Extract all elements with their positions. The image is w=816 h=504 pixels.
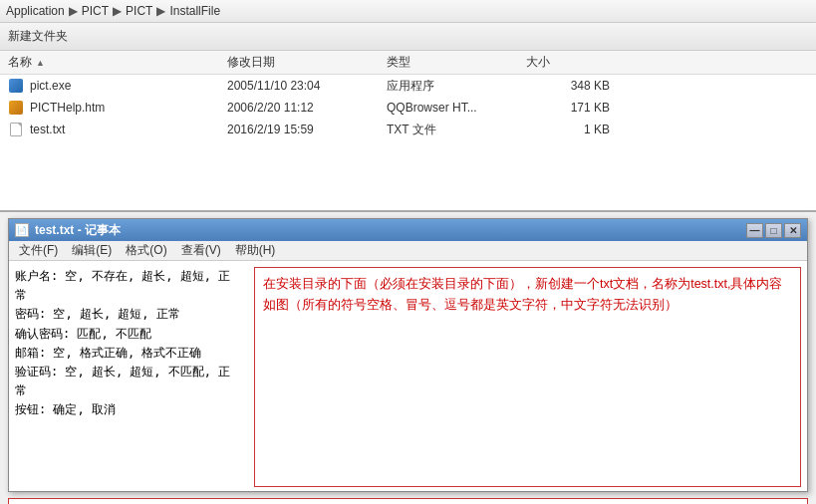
new-folder-button[interactable]: 新建文件夹 bbox=[8, 28, 68, 45]
breadcrumb-pict2[interactable]: PICT bbox=[126, 4, 152, 18]
file-name: pict.exe bbox=[30, 79, 71, 93]
file-size: 171 KB bbox=[526, 101, 626, 115]
table-row[interactable]: PICTHelp.htm 2006/2/20 11:12 QQBrowser H… bbox=[0, 97, 816, 119]
file-type: TXT 文件 bbox=[387, 122, 526, 138]
file-size: 348 KB bbox=[526, 79, 626, 93]
breadcrumb-sep-1: ▶ bbox=[69, 4, 78, 18]
notepad-title: test.txt - 记事本 bbox=[35, 222, 121, 239]
file-name: test.txt bbox=[30, 123, 65, 136]
table-row[interactable]: test.txt 2016/2/19 15:59 TXT 文件 1 KB bbox=[0, 119, 816, 140]
menu-item[interactable]: 查看(V) bbox=[175, 240, 227, 261]
menu-item[interactable]: 文件(F) bbox=[13, 240, 64, 261]
header-type[interactable]: 类型 bbox=[387, 54, 526, 71]
text-line: 密码: 空, 超长, 超短, 正常 bbox=[15, 305, 242, 324]
close-button[interactable]: ✕ bbox=[784, 223, 801, 238]
notepad-app-icon: 📄 bbox=[15, 223, 29, 237]
maximize-button[interactable]: □ bbox=[765, 223, 782, 238]
menu-item[interactable]: 编辑(E) bbox=[66, 240, 118, 261]
titlebar-controls: — □ ✕ bbox=[746, 223, 801, 238]
file-type: QQBrowser HT... bbox=[387, 101, 526, 115]
notepad-menubar: 文件(F)编辑(E)格式(O)查看(V)帮助(H) bbox=[9, 241, 807, 261]
file-name-cell: PICTHelp.htm bbox=[8, 100, 227, 116]
file-name: PICTHelp.htm bbox=[30, 101, 105, 115]
breadcrumb-bar: Application ▶ PICT ▶ PICT ▶ InstallFile bbox=[0, 0, 816, 23]
annotation-box-2: 注意: 格式需要使用ANSI格式，试过UTF8无BOM格式，结果显示为乱码（如何… bbox=[8, 498, 808, 504]
file-list-header: 名称 ▲ 修改日期 类型 大小 bbox=[0, 51, 816, 75]
file-date: 2016/2/19 15:59 bbox=[227, 123, 387, 136]
breadcrumb-installfile[interactable]: InstallFile bbox=[169, 4, 220, 18]
header-name[interactable]: 名称 ▲ bbox=[8, 54, 227, 71]
file-type: 应用程序 bbox=[387, 78, 526, 95]
file-name-cell: test.txt bbox=[8, 122, 227, 137]
notepad-window: 📄 test.txt - 记事本 — □ ✕ 文件(F)编辑(E)格式(O)查看… bbox=[8, 218, 808, 492]
file-size: 1 KB bbox=[526, 123, 626, 136]
notepad-titlebar: 📄 test.txt - 记事本 — □ ✕ bbox=[9, 219, 807, 241]
menu-item[interactable]: 格式(O) bbox=[120, 240, 172, 261]
file-name-cell: pict.exe bbox=[8, 78, 227, 94]
header-size[interactable]: 大小 bbox=[526, 54, 626, 71]
menu-item[interactable]: 帮助(H) bbox=[229, 240, 282, 261]
text-line: 邮箱: 空, 格式正确, 格式不正确 bbox=[15, 344, 242, 363]
breadcrumb-pict1[interactable]: PICT bbox=[82, 4, 109, 18]
breadcrumb-sep-2: ▶ bbox=[113, 4, 122, 18]
file-date: 2006/2/20 11:12 bbox=[227, 101, 387, 115]
file-list: pict.exe 2005/11/10 23:04 应用程序 348 KB PI… bbox=[0, 75, 816, 140]
table-row[interactable]: pict.exe 2005/11/10 23:04 应用程序 348 KB bbox=[0, 75, 816, 97]
toolbar-row: 新建文件夹 bbox=[0, 23, 816, 51]
file-date: 2005/11/10 23:04 bbox=[227, 79, 387, 93]
notepad-content: 账户名: 空, 不存在, 超长, 超短, 正常密码: 空, 超长, 超短, 正常… bbox=[9, 261, 807, 493]
annotation-box-1: 在安装目录的下面（必须在安装目录的下面），新创建一个txt文档，名称为test.… bbox=[254, 267, 801, 487]
text-line: 按钮: 确定, 取消 bbox=[15, 400, 242, 419]
breadcrumb-sep-3: ▶ bbox=[156, 4, 165, 18]
text-line: 验证码: 空, 超长, 超短, 不匹配, 正常 bbox=[15, 363, 242, 400]
header-date[interactable]: 修改日期 bbox=[227, 54, 387, 71]
notepad-text-area[interactable]: 账户名: 空, 不存在, 超长, 超短, 正常密码: 空, 超长, 超短, 正常… bbox=[9, 261, 248, 493]
minimize-button[interactable]: — bbox=[746, 223, 763, 238]
text-line: 确认密码: 匹配, 不匹配 bbox=[15, 325, 242, 344]
file-explorer: 新建文件夹 名称 ▲ 修改日期 类型 大小 pict.exe 2005/11/1… bbox=[0, 23, 816, 212]
text-line: 账户名: 空, 不存在, 超长, 超短, 正常 bbox=[15, 267, 242, 305]
sort-arrow-icon: ▲ bbox=[36, 58, 45, 68]
breadcrumb-app[interactable]: Application bbox=[6, 4, 65, 18]
